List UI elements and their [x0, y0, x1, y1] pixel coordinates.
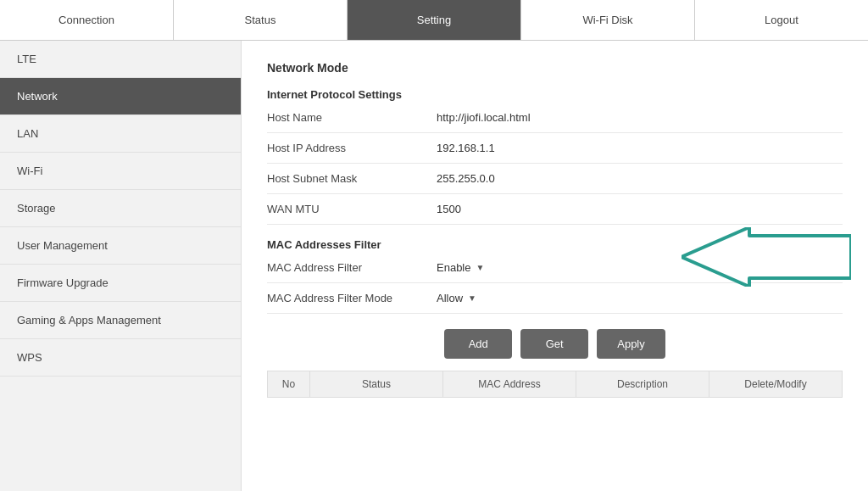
sidebar-item-lan[interactable]: LAN — [0, 115, 241, 153]
field-wan-mtu: WAN MTU 1500 — [267, 203, 843, 225]
label-host-ip: Host IP Address — [267, 142, 437, 154]
sidebar-item-network[interactable]: Network — [0, 78, 241, 115]
sidebar-item-firmware-upgrade[interactable]: Firmware Upgrade — [0, 265, 241, 302]
field-host-ip: Host IP Address 192.168.1.1 — [267, 142, 843, 164]
field-subnet-mask: Host Subnet Mask 255.255.0.0 — [267, 172, 843, 194]
label-mac-filter-mode: MAC Address Filter Mode — [267, 292, 437, 304]
value-host-name: http://jiofi.local.html — [437, 111, 843, 124]
chevron-down-icon-2: ▼ — [468, 293, 476, 303]
page-title: Network Mode — [267, 61, 843, 75]
mac-filter-section: MAC Addresses Filter MAC Address Filter … — [267, 238, 843, 314]
sidebar-item-storage[interactable]: Storage — [0, 190, 241, 227]
th-description: Description — [576, 371, 709, 397]
field-mac-filter-mode: MAC Address Filter Mode Allow ▼ — [267, 292, 843, 314]
add-button[interactable]: Add — [444, 329, 512, 359]
top-nav: Connection Status Setting Wi-Fi Disk Log… — [0, 0, 868, 41]
tab-wifi-disk[interactable]: Wi-Fi Disk — [521, 0, 695, 40]
th-mac-address: MAC Address — [443, 371, 576, 397]
value-host-ip: 192.168.1.1 — [437, 142, 843, 154]
tab-setting[interactable]: Setting — [348, 0, 521, 40]
field-mac-address-filter: MAC Address Filter Enable ▼ — [267, 261, 843, 283]
tab-status[interactable]: Status — [174, 0, 348, 40]
field-host-name: Host Name http://jiofi.local.html — [267, 111, 843, 133]
sidebar-item-wifi[interactable]: Wi-Fi — [0, 153, 241, 190]
sidebar-item-user-management[interactable]: User Management — [0, 227, 241, 265]
content-area: Network Mode Internet Protocol Settings … — [242, 41, 868, 491]
value-subnet-mask: 255.255.0.0 — [437, 172, 843, 185]
mac-address-filter-value: Enable — [437, 261, 470, 274]
apply-button[interactable]: Apply — [597, 329, 665, 359]
chevron-down-icon: ▼ — [476, 263, 484, 272]
label-wan-mtu: WAN MTU — [267, 203, 437, 215]
th-status: Status — [310, 371, 443, 397]
main-layout: LTE Network LAN Wi-Fi Storage User Manag… — [0, 41, 868, 491]
mac-address-filter-select[interactable]: Enable ▼ — [437, 261, 484, 274]
internet-protocol-title: Internet Protocol Settings — [267, 88, 843, 101]
tab-connection[interactable]: Connection — [0, 0, 174, 40]
sidebar-item-wps[interactable]: WPS — [0, 339, 241, 377]
mac-table-header: No Status MAC Address Description Delete… — [267, 371, 843, 398]
mac-filter-title: MAC Addresses Filter — [267, 238, 843, 251]
mac-filter-mode-select[interactable]: Allow ▼ — [437, 292, 476, 304]
get-button[interactable]: Get — [520, 329, 588, 359]
sidebar: LTE Network LAN Wi-Fi Storage User Manag… — [0, 41, 242, 491]
label-subnet-mask: Host Subnet Mask — [267, 172, 437, 185]
value-wan-mtu: 1500 — [437, 203, 843, 215]
sidebar-item-gaming-apps[interactable]: Gaming & Apps Management — [0, 302, 241, 339]
mac-filter-mode-value: Allow — [437, 292, 463, 304]
label-mac-address-filter: MAC Address Filter — [267, 261, 437, 274]
sidebar-item-lte[interactable]: LTE — [0, 41, 241, 78]
label-host-name: Host Name — [267, 111, 437, 124]
action-buttons: Add Get Apply — [267, 329, 843, 359]
tab-logout[interactable]: Logout — [695, 0, 868, 40]
th-no: No — [268, 371, 310, 397]
th-delete-modify: Delete/Modify — [709, 371, 842, 397]
